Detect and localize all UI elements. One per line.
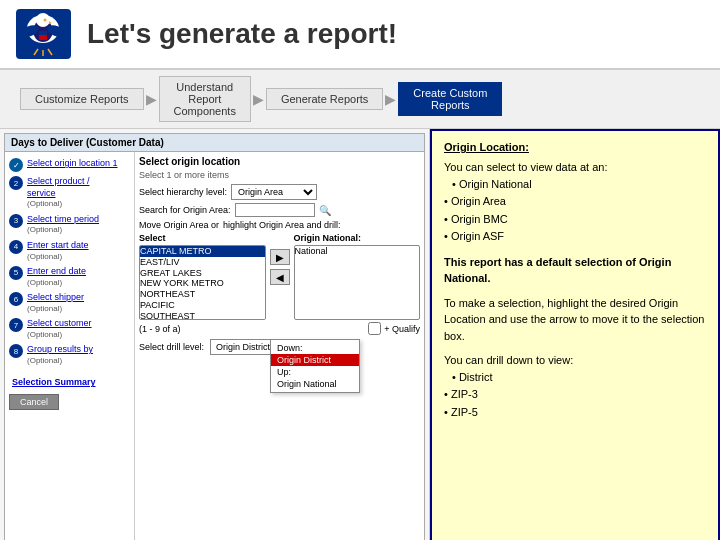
step-optional-7: (Optional) (27, 330, 92, 340)
step-create-custom-reports[interactable]: Create CustomReports (398, 82, 502, 116)
step-num-4: 4 (9, 240, 23, 254)
step-label-2[interactable]: Select product /service (27, 176, 90, 199)
report-select[interactable]: National (294, 245, 421, 320)
step-label-1[interactable]: Select origin location 1 (27, 158, 118, 170)
step-item-1[interactable]: ✓ Select origin location 1 (9, 156, 130, 174)
hierarchy-row: Select hierarchy level: Origin Area Orig… (139, 184, 420, 200)
inner-application: Days to Deliver (Customer Data) ✓ Select… (4, 133, 425, 540)
step-item-8[interactable]: 8 Group results by (Optional) (9, 342, 130, 368)
step-num-3: 3 (9, 214, 23, 228)
step-item-7[interactable]: 7 Select customer (Optional) (9, 316, 130, 342)
step-label-7[interactable]: Select customer (27, 318, 92, 330)
step-item-6[interactable]: 6 Select shipper (Optional) (9, 290, 130, 316)
step-optional-3: (Optional) (27, 225, 99, 235)
step-num-2: 2 (9, 176, 23, 190)
info-text-1: You can select to view data at an: • Ori… (444, 159, 706, 246)
step-item-4[interactable]: 4 Enter start date (Optional) (9, 238, 130, 264)
step-check-1: ✓ (9, 158, 23, 172)
step-label-3[interactable]: Select time period (27, 214, 99, 226)
svg-point-7 (44, 19, 47, 22)
step-num-6: 6 (9, 292, 23, 306)
selection-summary[interactable]: Selection Summary (9, 374, 130, 390)
step-arrow-2: ▶ (251, 91, 266, 107)
info-text-2: This report has a default selection of O… (444, 254, 706, 287)
search-row: Search for Origin Area: 🔍 (139, 203, 420, 217)
form-title: Select origin location (139, 156, 420, 167)
drill-popup: Down: Origin District Up: Origin Nationa… (270, 339, 360, 393)
step-num-5: 5 (9, 266, 23, 280)
step-label-5[interactable]: Enter end date (27, 266, 86, 278)
info-title: Origin Location: (444, 141, 706, 153)
qualify-container: + Qualify (368, 322, 420, 335)
page-title: Let's generate a report! (87, 18, 397, 50)
cancel-button[interactable]: Cancel (9, 394, 59, 410)
drill-up-label: Up: (271, 366, 359, 378)
main-content: Days to Deliver (Customer Data) ✓ Select… (0, 129, 720, 540)
left-panel: Days to Deliver (Customer Data) ✓ Select… (0, 129, 430, 540)
step-item-2[interactable]: 2 Select product /service (Optional) (9, 174, 130, 212)
step-optional-5: (Optional) (27, 278, 86, 288)
step-optional-2: (Optional) (27, 199, 90, 209)
inner-app-header: Days to Deliver (Customer Data) (5, 134, 424, 152)
step-arrow-3: ▶ (383, 91, 398, 107)
step-understand-report[interactable]: UnderstandReportComponents (159, 76, 251, 122)
info-bullets-1: • Origin National • Origin Area • Origin… (444, 178, 532, 243)
drill-district-option[interactable]: Origin District (271, 354, 359, 366)
info-text-4: You can drill down to view: • District •… (444, 352, 706, 421)
form-subtitle: Select 1 or more items (139, 170, 420, 180)
highlight-label: highlight Origin Area and drill: (223, 220, 341, 230)
move-right-button[interactable]: ▶ (270, 249, 290, 265)
search-icon[interactable]: 🔍 (319, 205, 331, 216)
list-count: (1 - 9 of a) (139, 324, 181, 334)
hierarchy-select[interactable]: Origin Area Origin National Origin BMC O… (231, 184, 317, 200)
inner-app-body: ✓ Select origin location 1 2 Select prod… (5, 152, 424, 540)
step-num-8: 8 (9, 344, 23, 358)
step-num-7: 7 (9, 318, 23, 332)
step-optional-4: (Optional) (27, 252, 89, 262)
step-optional-8: (Optional) (27, 356, 93, 366)
search-input[interactable] (235, 203, 315, 217)
move-highlight-row: Move Origin Area or highlight Origin Are… (139, 220, 420, 230)
origin-area-select[interactable]: CAPITAL METRO EAST/LIV GREAT LAKES NEW Y… (139, 245, 266, 320)
step-optional-6: (Optional) (27, 304, 84, 314)
step-item-5[interactable]: 5 Enter end date (Optional) (9, 264, 130, 290)
steps-bar: Customize Reports ▶ UnderstandReportComp… (0, 70, 720, 129)
drill-national-option[interactable]: Origin National (271, 378, 359, 390)
steps-sidebar: ✓ Select origin location 1 2 Select prod… (5, 152, 135, 540)
drill-area: Select drill level: Origin District Orig… (139, 339, 420, 355)
info-panel: Origin Location: You can select to view … (430, 129, 720, 540)
step-label-4[interactable]: Enter start date (27, 240, 89, 252)
drill-down-label: Down: (271, 342, 359, 354)
drill-dropdown: Origin District Origin National Down: Or… (210, 339, 294, 355)
svg-rect-9 (39, 31, 47, 35)
select-col-header: Select (139, 233, 266, 243)
arrow-buttons: ▶ ◀ (270, 233, 290, 285)
qualify-checkbox[interactable] (368, 322, 381, 335)
drill-label: Select drill level: (139, 342, 204, 352)
step-customize-reports[interactable]: Customize Reports (20, 88, 144, 110)
qualify-label: + Qualify (384, 324, 420, 334)
step-item-3[interactable]: 3 Select time period (Optional) (9, 212, 130, 238)
step-label-6[interactable]: Select shipper (27, 292, 84, 304)
select-list-container: Select CAPITAL METRO EAST/LIV GREAT LAKE… (139, 233, 266, 320)
move-left-button[interactable]: ◀ (270, 269, 290, 285)
search-label: Search for Origin Area: (139, 205, 231, 215)
report-list-container: Origin National: National (294, 233, 421, 320)
step-generate-reports[interactable]: Generate Reports (266, 88, 383, 110)
move-label: Move Origin Area or (139, 220, 219, 230)
page-header: Let's generate a report! (0, 0, 720, 70)
step-label-8[interactable]: Group results by (27, 344, 93, 356)
usps-logo (16, 9, 71, 59)
info-text-3: To make a selection, highlight the desir… (444, 295, 706, 345)
report-col-header: Origin National: (294, 233, 421, 243)
info-bullets-2: • District • ZIP-3 • ZIP-5 (444, 371, 493, 418)
step-arrow-1: ▶ (144, 91, 159, 107)
svg-point-3 (36, 13, 50, 27)
form-area: Select origin location Select 1 or more … (135, 152, 424, 540)
hierarchy-label: Select hierarchy level: (139, 187, 227, 197)
